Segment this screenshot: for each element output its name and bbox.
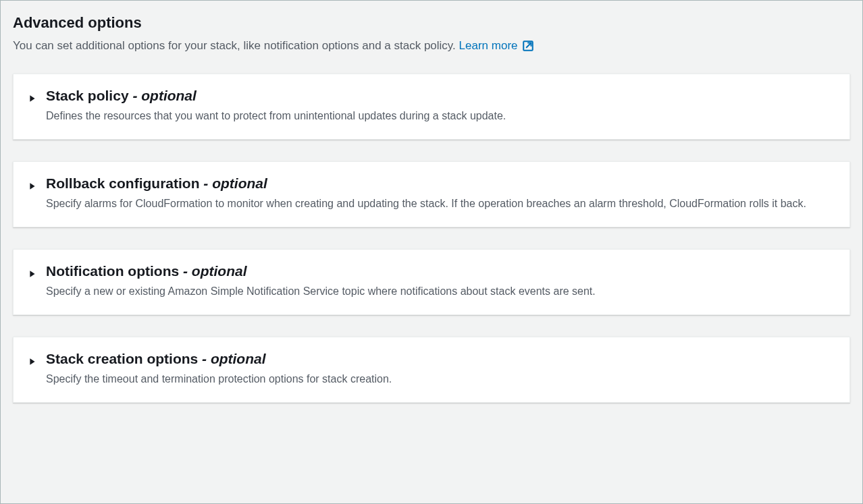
section-description: Defines the resources that you want to p…	[46, 108, 835, 124]
rollback-configuration-toggle[interactable]: Rollback configuration - optional Specif…	[28, 175, 835, 212]
section-description: Specify the timeout and termination prot…	[46, 371, 835, 387]
panel-title: Advanced options	[13, 14, 850, 32]
caret-right-icon	[28, 181, 36, 193]
stack-policy-toggle[interactable]: Stack policy - optional Defines the reso…	[28, 88, 835, 124]
external-link-icon	[522, 40, 534, 52]
panel-description: You can set additional options for your …	[13, 37, 850, 55]
notification-options-section: Notification options - optional Specify …	[13, 249, 850, 315]
stack-creation-options-section: Stack creation options - optional Specif…	[13, 337, 850, 403]
caret-right-icon	[28, 269, 36, 281]
section-title: Rollback configuration - optional	[46, 175, 835, 192]
stack-creation-options-toggle[interactable]: Stack creation options - optional Specif…	[28, 351, 835, 387]
section-description: Specify alarms for CloudFormation to mon…	[46, 196, 835, 212]
panel-header: Advanced options You can set additional …	[13, 14, 850, 55]
section-title: Stack policy - optional	[46, 88, 835, 104]
stack-policy-section: Stack policy - optional Defines the reso…	[13, 74, 850, 140]
caret-right-icon	[28, 356, 36, 368]
learn-more-link[interactable]: Learn more	[459, 37, 534, 55]
rollback-configuration-section: Rollback configuration - optional Specif…	[13, 161, 850, 227]
section-title: Stack creation options - optional	[46, 351, 835, 367]
section-description: Specify a new or existing Amazon Simple …	[46, 283, 835, 300]
notification-options-toggle[interactable]: Notification options - optional Specify …	[28, 263, 835, 300]
advanced-options-panel: Advanced options You can set additional …	[0, 0, 863, 504]
section-title: Notification options - optional	[46, 263, 835, 279]
caret-right-icon	[28, 93, 36, 105]
